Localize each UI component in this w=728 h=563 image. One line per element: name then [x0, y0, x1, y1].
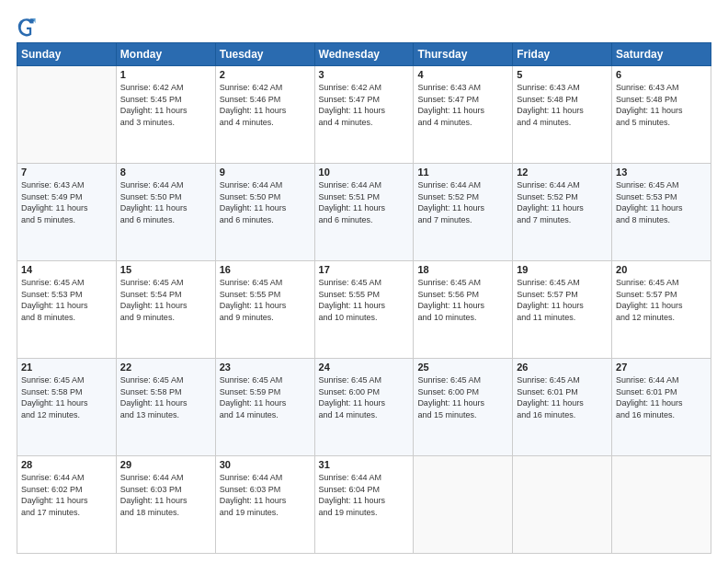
calendar-cell: 13Sunrise: 6:45 AM Sunset: 5:53 PM Dayli… — [612, 164, 711, 261]
day-number: 2 — [220, 69, 311, 80]
calendar-cell — [513, 456, 612, 554]
calendar-cell: 5Sunrise: 6:43 AM Sunset: 5:48 PM Daylig… — [513, 66, 612, 164]
cell-info: Sunrise: 6:45 AM Sunset: 5:53 PM Dayligh… — [616, 179, 707, 225]
cell-info: Sunrise: 6:45 AM Sunset: 6:00 PM Dayligh… — [319, 374, 410, 420]
calendar-week-3: 14Sunrise: 6:45 AM Sunset: 5:53 PM Dayli… — [17, 261, 711, 359]
calendar-cell: 22Sunrise: 6:45 AM Sunset: 5:58 PM Dayli… — [116, 359, 215, 456]
calendar-cell: 17Sunrise: 6:45 AM Sunset: 5:55 PM Dayli… — [314, 261, 414, 359]
calendar-cell — [17, 66, 117, 164]
day-number: 21 — [21, 362, 112, 373]
day-number: 27 — [616, 362, 707, 373]
day-number: 22 — [120, 362, 211, 373]
cell-info: Sunrise: 6:45 AM Sunset: 5:54 PM Dayligh… — [120, 277, 211, 323]
calendar-header-sunday: Sunday — [17, 43, 117, 66]
calendar-cell: 16Sunrise: 6:45 AM Sunset: 5:55 PM Dayli… — [215, 261, 314, 359]
day-number: 25 — [417, 362, 508, 373]
cell-info: Sunrise: 6:45 AM Sunset: 5:56 PM Dayligh… — [417, 277, 508, 323]
calendar-cell: 30Sunrise: 6:44 AM Sunset: 6:03 PM Dayli… — [215, 456, 314, 554]
cell-info: Sunrise: 6:45 AM Sunset: 5:57 PM Dayligh… — [616, 277, 707, 323]
calendar-cell: 15Sunrise: 6:45 AM Sunset: 5:54 PM Dayli… — [116, 261, 215, 359]
cell-info: Sunrise: 6:44 AM Sunset: 5:50 PM Dayligh… — [120, 179, 211, 225]
cell-info: Sunrise: 6:44 AM Sunset: 5:50 PM Dayligh… — [220, 179, 311, 225]
calendar-week-1: 1Sunrise: 6:42 AM Sunset: 5:45 PM Daylig… — [17, 66, 711, 164]
cell-info: Sunrise: 6:44 AM Sunset: 6:02 PM Dayligh… — [21, 472, 112, 518]
cell-info: Sunrise: 6:42 AM Sunset: 5:47 PM Dayligh… — [319, 82, 410, 128]
day-number: 15 — [120, 264, 211, 275]
cell-info: Sunrise: 6:44 AM Sunset: 5:52 PM Dayligh… — [417, 179, 508, 225]
day-number: 10 — [319, 167, 410, 178]
day-number: 4 — [417, 69, 508, 80]
calendar-cell: 4Sunrise: 6:43 AM Sunset: 5:47 PM Daylig… — [414, 66, 513, 164]
day-number: 11 — [417, 167, 508, 178]
calendar-header-row: SundayMondayTuesdayWednesdayThursdayFrid… — [17, 43, 711, 66]
day-number: 16 — [220, 264, 311, 275]
day-number: 7 — [21, 167, 112, 178]
cell-info: Sunrise: 6:45 AM Sunset: 5:55 PM Dayligh… — [319, 277, 410, 323]
cell-info: Sunrise: 6:45 AM Sunset: 6:01 PM Dayligh… — [517, 374, 608, 420]
calendar-header-friday: Friday — [513, 43, 612, 66]
calendar-header-tuesday: Tuesday — [215, 43, 314, 66]
calendar-cell: 29Sunrise: 6:44 AM Sunset: 6:03 PM Dayli… — [116, 456, 215, 554]
day-number: 29 — [120, 459, 211, 470]
day-number: 12 — [517, 167, 608, 178]
calendar-cell: 10Sunrise: 6:44 AM Sunset: 5:51 PM Dayli… — [314, 164, 414, 261]
calendar-cell: 23Sunrise: 6:45 AM Sunset: 5:59 PM Dayli… — [215, 359, 314, 456]
calendar-cell: 14Sunrise: 6:45 AM Sunset: 5:53 PM Dayli… — [17, 261, 117, 359]
calendar-header-monday: Monday — [116, 43, 215, 66]
cell-info: Sunrise: 6:43 AM Sunset: 5:48 PM Dayligh… — [616, 82, 707, 128]
calendar-cell: 19Sunrise: 6:45 AM Sunset: 5:57 PM Dayli… — [513, 261, 612, 359]
cell-info: Sunrise: 6:43 AM Sunset: 5:49 PM Dayligh… — [21, 179, 112, 225]
cell-info: Sunrise: 6:45 AM Sunset: 5:58 PM Dayligh… — [21, 374, 112, 420]
calendar-header-saturday: Saturday — [612, 43, 711, 66]
calendar-cell: 28Sunrise: 6:44 AM Sunset: 6:02 PM Dayli… — [17, 456, 117, 554]
calendar-cell: 26Sunrise: 6:45 AM Sunset: 6:01 PM Dayli… — [513, 359, 612, 456]
calendar-week-5: 28Sunrise: 6:44 AM Sunset: 6:02 PM Dayli… — [17, 456, 711, 554]
day-number: 26 — [517, 362, 608, 373]
calendar-cell: 9Sunrise: 6:44 AM Sunset: 5:50 PM Daylig… — [215, 164, 314, 261]
cell-info: Sunrise: 6:43 AM Sunset: 5:47 PM Dayligh… — [417, 82, 508, 128]
cell-info: Sunrise: 6:44 AM Sunset: 6:03 PM Dayligh… — [220, 472, 311, 518]
calendar-cell: 1Sunrise: 6:42 AM Sunset: 5:45 PM Daylig… — [116, 66, 215, 164]
calendar-cell: 25Sunrise: 6:45 AM Sunset: 6:00 PM Dayli… — [414, 359, 513, 456]
day-number: 14 — [21, 264, 112, 275]
cell-info: Sunrise: 6:44 AM Sunset: 6:01 PM Dayligh… — [616, 374, 707, 420]
calendar-cell: 11Sunrise: 6:44 AM Sunset: 5:52 PM Dayli… — [414, 164, 513, 261]
logo — [17, 17, 40, 37]
day-number: 30 — [220, 459, 311, 470]
cell-info: Sunrise: 6:45 AM Sunset: 5:53 PM Dayligh… — [21, 277, 112, 323]
cell-info: Sunrise: 6:45 AM Sunset: 5:59 PM Dayligh… — [220, 374, 311, 420]
day-number: 28 — [21, 459, 112, 470]
calendar-table: SundayMondayTuesdayWednesdayThursdayFrid… — [17, 42, 711, 554]
day-number: 23 — [220, 362, 311, 373]
day-number: 9 — [220, 167, 311, 178]
day-number: 6 — [616, 69, 707, 80]
day-number: 1 — [120, 69, 211, 80]
day-number: 31 — [319, 459, 410, 470]
calendar-header-thursday: Thursday — [414, 43, 513, 66]
cell-info: Sunrise: 6:45 AM Sunset: 5:57 PM Dayligh… — [517, 277, 608, 323]
calendar-cell — [612, 456, 711, 554]
calendar-cell: 24Sunrise: 6:45 AM Sunset: 6:00 PM Dayli… — [314, 359, 414, 456]
day-number: 24 — [319, 362, 410, 373]
calendar-cell — [414, 456, 513, 554]
cell-info: Sunrise: 6:44 AM Sunset: 6:04 PM Dayligh… — [319, 472, 410, 518]
day-number: 13 — [616, 167, 707, 178]
cell-info: Sunrise: 6:44 AM Sunset: 5:51 PM Dayligh… — [319, 179, 410, 225]
day-number: 17 — [319, 264, 410, 275]
cell-info: Sunrise: 6:45 AM Sunset: 6:00 PM Dayligh… — [417, 374, 508, 420]
calendar-cell: 31Sunrise: 6:44 AM Sunset: 6:04 PM Dayli… — [314, 456, 414, 554]
page: SundayMondayTuesdayWednesdayThursdayFrid… — [0, 0, 728, 563]
calendar-header-wednesday: Wednesday — [314, 43, 414, 66]
cell-info: Sunrise: 6:45 AM Sunset: 5:55 PM Dayligh… — [220, 277, 311, 323]
calendar-cell: 12Sunrise: 6:44 AM Sunset: 5:52 PM Dayli… — [513, 164, 612, 261]
day-number: 5 — [517, 69, 608, 80]
day-number: 20 — [616, 264, 707, 275]
calendar-cell: 2Sunrise: 6:42 AM Sunset: 5:46 PM Daylig… — [215, 66, 314, 164]
calendar-week-4: 21Sunrise: 6:45 AM Sunset: 5:58 PM Dayli… — [17, 359, 711, 456]
cell-info: Sunrise: 6:42 AM Sunset: 5:46 PM Dayligh… — [220, 82, 311, 128]
calendar-cell: 18Sunrise: 6:45 AM Sunset: 5:56 PM Dayli… — [414, 261, 513, 359]
calendar-cell: 20Sunrise: 6:45 AM Sunset: 5:57 PM Dayli… — [612, 261, 711, 359]
day-number: 8 — [120, 167, 211, 178]
calendar-week-2: 7Sunrise: 6:43 AM Sunset: 5:49 PM Daylig… — [17, 164, 711, 261]
day-number: 19 — [517, 264, 608, 275]
